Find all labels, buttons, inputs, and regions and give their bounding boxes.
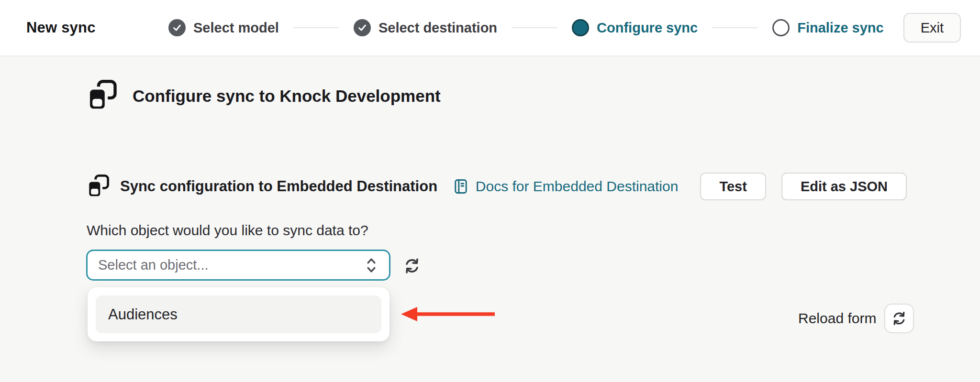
section-actions: Docs for Embedded Destination Test Edit … [452,173,907,200]
refresh-objects-icon[interactable] [402,256,422,275]
object-select-dropdown: Audiences [88,287,390,341]
object-select[interactable]: Select an object... [86,250,390,281]
test-button[interactable]: Test [700,173,766,200]
object-select-placeholder: Select an object... [98,257,209,273]
step-upcoming-circle-icon [772,19,790,36]
chevron-up-down-icon [363,256,379,274]
docs-link-label: Docs for Embedded Destination [476,178,679,195]
destination-card-icon [87,79,117,113]
book-icon [452,178,469,195]
wizard-top-bar: New sync Select model Select destination [0,0,980,56]
section-title: Sync configuration to Embedded Destinati… [120,178,437,195]
step-connector [293,27,339,28]
sync-configuration-header-row: Sync configuration to Embedded Destinati… [87,173,907,200]
edit-as-json-button[interactable]: Edit as JSON [781,173,907,200]
sync-configuration-heading: Sync configuration to Embedded Destinati… [87,174,437,199]
step-configure-sync[interactable]: Configure sync [572,19,698,36]
reload-form-label: Reload form [798,310,876,327]
page-title: New sync [26,0,96,55]
step-complete-check-icon [354,19,371,36]
step-label: Select model [193,20,279,36]
refresh-arrows-icon [891,310,907,327]
step-current-dot-icon [572,19,589,36]
step-select-destination[interactable]: Select destination [354,19,497,36]
step-label: Select destination [379,20,497,36]
step-complete-check-icon [168,19,186,36]
object-question-label: Which object would you like to sync data… [87,222,368,239]
dropdown-option-audiences[interactable]: Audiences [96,295,381,333]
step-connector [712,27,758,28]
new-sync-wizard-page: New sync Select model Select destination [0,0,980,382]
wizard-stepper: Select model Select destination Configur… [168,0,884,55]
destination-card-icon [87,174,110,199]
step-label: Configure sync [597,20,698,36]
red-arrow-left-icon [400,305,497,323]
exit-button[interactable]: Exit [903,13,961,43]
step-label: Finalize sync [797,20,884,36]
step-select-model[interactable]: Select model [168,19,279,36]
reload-form-row: Reload form [798,304,914,333]
docs-link[interactable]: Docs for Embedded Destination [452,178,679,195]
step-connector [512,27,557,28]
reload-form-button[interactable] [884,304,914,333]
configure-sync-title: Configure sync to Knock Development [133,87,441,106]
step-finalize-sync[interactable]: Finalize sync [772,19,884,36]
page-heading: Configure sync to Knock Development [87,79,441,113]
